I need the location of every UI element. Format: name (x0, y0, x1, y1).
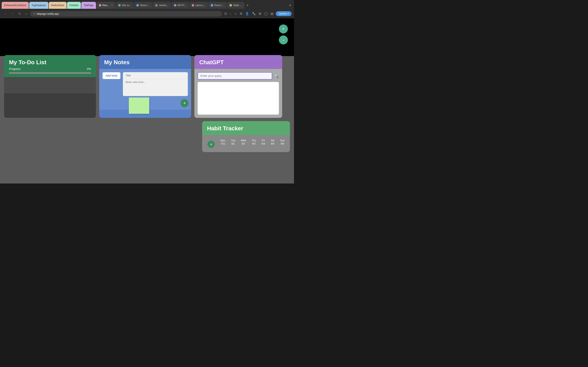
habit-days-row: + Mon 7/31 Tue 8/1 Wed 8/2 T (205, 137, 287, 150)
bookmark-icon[interactable]: ☆ (233, 11, 238, 16)
tab-favicon (99, 4, 101, 7)
todo-progress-bar (9, 72, 91, 74)
habit-day-mon: Mon 7/31 (221, 139, 225, 145)
sticky-note (129, 98, 149, 114)
habit-day-name: Thu (252, 139, 256, 142)
tab-tcg-database[interactable]: TcgDatabase (29, 2, 48, 9)
reload-button[interactable]: ↻ (17, 11, 22, 17)
new-tab-button[interactable]: + (245, 2, 250, 8)
chatgpt-query-input[interactable] (198, 72, 272, 80)
tab-label: TabPage (84, 4, 93, 7)
tab-overflow-button[interactable]: ▾ (288, 3, 292, 8)
habit-day-tue: Tue 8/1 (231, 139, 235, 145)
tab-siteov[interactable]: Site ov... (116, 2, 134, 9)
tab-label: ReduxStore (51, 4, 64, 7)
tab-favicon (155, 4, 158, 7)
close-icon[interactable]: ✕ (111, 4, 113, 7)
share-icon[interactable]: ↑ (229, 11, 232, 16)
tab-tabpage[interactable]: TabPage (81, 2, 96, 9)
tab-68747[interactable]: 68747... (172, 2, 189, 9)
fab-plus-button[interactable]: + (279, 25, 288, 33)
todo-progress-label: Progress (9, 67, 20, 71)
update-chevron: ▾ (287, 12, 289, 15)
tab-favicon (174, 4, 176, 7)
home-button[interactable]: ⌂ (24, 11, 28, 16)
plus-icon: + (210, 142, 212, 147)
tab-redux-store[interactable]: ReduxStore (49, 2, 67, 9)
tab-favicon (211, 4, 213, 7)
tab-react3[interactable]: React /... (208, 2, 227, 9)
chatgpt-widget: ChatGPT 🔍 (194, 55, 282, 118)
update-button[interactable]: Update ▾ (276, 11, 292, 16)
tab-favicon (118, 4, 121, 7)
chatgpt-title: ChatGPT (199, 59, 277, 66)
habit-day-name: Tue (231, 139, 235, 142)
habit-add-button[interactable]: + (208, 141, 215, 148)
habit-tracker-widget: Habit Tracker + Mon 7/31 Tue 8/1 (202, 121, 290, 152)
tab-label: React /... (214, 4, 224, 7)
chatgpt-input-row: 🔍 (198, 72, 279, 80)
fab-dot-button[interactable]: ● (279, 35, 288, 44)
address-bar: ← → ↻ ⌂ ⊕ tabpage.netlify.app ⊡ ↑ ☆ ⚙ 👤 … (0, 9, 294, 18)
note-title-input[interactable] (123, 72, 188, 79)
tab-enhanced-card-store[interactable]: EnhancedCardStore (2, 2, 29, 9)
tab-label: 68747... (178, 4, 186, 7)
tab-favicon (192, 4, 194, 7)
habit-day-date: 8/5 (271, 142, 274, 145)
extension-icon-1[interactable]: ⚙ (239, 11, 243, 16)
tab-react2[interactable]: React /... (134, 2, 152, 9)
tab-label: TcgDatabase (32, 4, 46, 7)
habit-day-sat: Sat 8/5 (271, 139, 274, 145)
habit-day-fri: Fri 8/4 (262, 139, 265, 145)
tab-label: React /... (140, 4, 150, 7)
toolbar-icons: ⊡ ↑ ☆ ⚙ 👤 🔧 ⊞ ◯ ▤ (224, 11, 274, 16)
profile-icon[interactable]: ◯ (263, 11, 268, 16)
habit-day-name: Mon (221, 139, 225, 142)
tab-camoc[interactable]: camo.c... (189, 2, 208, 9)
screen-share-icon[interactable]: ⊡ (224, 11, 228, 16)
tab-favicon (229, 4, 232, 7)
habit-day-date: 8/6 (281, 142, 284, 145)
habit-day-date: 8/1 (231, 142, 235, 145)
widgets-row-1: My To-Do List Progress 0% My Notes Add N… (0, 55, 294, 118)
notes-widget: My Notes Add Note + (99, 55, 191, 118)
top-black-area (0, 18, 294, 56)
habit-day-date: 7/31 (221, 142, 225, 145)
extension-icon-2[interactable]: 👤 (244, 11, 250, 16)
back-button[interactable]: ← (2, 11, 8, 16)
habit-day-date: 8/2 (242, 142, 245, 145)
note-editor (123, 72, 188, 96)
note-body-textarea[interactable] (123, 79, 188, 95)
chatgpt-search-button[interactable]: 🔍 (274, 73, 279, 78)
page-content: + ● My To-Do List Progress 0% M (0, 18, 294, 184)
habit-day-wed: Wed 8/2 (241, 139, 246, 145)
extensions-icon[interactable]: ⊞ (258, 11, 262, 16)
tab-react1[interactable]: Rea... ✕ (96, 2, 115, 9)
add-note-fab-button[interactable]: + (181, 99, 189, 107)
tab-label: reedoo... (159, 4, 168, 7)
tab-static[interactable]: Static ... (227, 2, 244, 9)
chatgpt-header: ChatGPT (194, 55, 282, 69)
search-icon: 🔍 (274, 74, 279, 78)
tab-portfolio[interactable]: Portfolio (67, 2, 81, 9)
widgets-row-2: Habit Tracker + Mon 7/31 Tue 8/1 (0, 121, 294, 152)
forward-button[interactable]: → (10, 11, 16, 16)
secure-icon: ⊕ (33, 12, 35, 15)
update-label: Update (279, 12, 287, 15)
plus-icon: + (282, 27, 285, 31)
todo-title: My To-Do List (9, 59, 91, 66)
todo-widget: My To-Do List Progress 0% (4, 55, 96, 118)
tab-reedoo[interactable]: reedoo... (153, 2, 171, 9)
add-note-button[interactable]: Add Note (103, 72, 121, 79)
tab-label: EnhancedCardStore (4, 4, 26, 7)
url-bar[interactable]: ⊕ tabpage.netlify.app (30, 11, 222, 17)
sidebar-icon[interactable]: ▤ (270, 11, 274, 16)
notes-header: My Notes (99, 55, 191, 69)
habit-day-thu: Thu 8/3 (252, 139, 256, 145)
habit-day-date: 8/3 (252, 142, 256, 145)
habit-header: Habit Tracker (202, 121, 290, 135)
url-text: tabpage.netlify.app (37, 12, 59, 15)
extension-icon-3[interactable]: 🔧 (251, 11, 257, 16)
todo-header: My To-Do List Progress 0% (4, 55, 96, 77)
habit-day-name: Fri (262, 139, 265, 142)
